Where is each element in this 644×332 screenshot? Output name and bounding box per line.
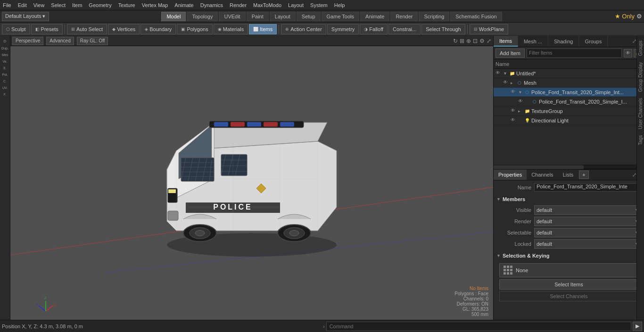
sidebar-item-uv[interactable]: UV. xyxy=(1,85,9,91)
menu-select[interactable]: Select xyxy=(51,2,66,8)
menu-edit[interactable]: Edit xyxy=(18,2,27,8)
constrai-button[interactable]: Constrai... xyxy=(388,24,421,34)
menu-render[interactable]: Render xyxy=(230,2,247,8)
tree-row-texture-group[interactable]: 👁 ▸ 📁 TextureGroup xyxy=(494,106,644,116)
sidebar-item-ve[interactable]: Ve. xyxy=(1,58,9,65)
vp-perspective-btn[interactable]: Perspective xyxy=(12,37,43,45)
tab-mesh[interactable]: Mesh ... xyxy=(518,36,548,47)
falloff-button[interactable]: ◑ Falloff xyxy=(360,24,388,34)
sidebar-item-dup[interactable]: Dup. xyxy=(1,45,9,51)
selection-keying-header[interactable]: ▼ Selection & Keying xyxy=(496,251,641,260)
edge-tab-groups[interactable]: Groups xyxy=(638,38,643,59)
select-channels-button[interactable]: Select Channels xyxy=(499,291,638,301)
vp-zoom-icon[interactable]: ⊕ xyxy=(466,38,471,44)
items-panel-expand-icon[interactable]: ⤢ xyxy=(632,38,636,44)
expand-icon-1[interactable]: ▸ xyxy=(511,81,515,85)
tree-row-ford-transit-sub[interactable]: 👁 ⬡ Police_Ford_Transit_2020_Simple_I... xyxy=(494,97,644,106)
tab-channels[interactable]: Channels xyxy=(527,170,558,180)
tab-items[interactable]: Items xyxy=(494,36,518,47)
eye-icon-5[interactable]: 👁 xyxy=(511,117,517,124)
sidebar-item-d[interactable]: D xyxy=(1,38,9,45)
tree-row-mesh[interactable]: 👁 ▸ ⬡ Mesh xyxy=(494,78,644,88)
layout-dropdown[interactable]: Default Layouts ▾ xyxy=(2,12,49,21)
edge-tab-user-channels[interactable]: User Channels xyxy=(638,95,643,132)
sidebar-item-c[interactable]: C. xyxy=(1,78,9,84)
tab-scripting[interactable]: Scripting xyxy=(419,12,449,21)
materials-button[interactable]: ◉ Materials xyxy=(214,24,248,34)
tab-schematic-fusion[interactable]: Schematic Fusion xyxy=(450,12,502,21)
tab-game-tools[interactable]: Game Tools xyxy=(322,12,360,21)
command-input[interactable] xyxy=(326,322,631,331)
tree-row-untitled[interactable]: 👁 ▼ 📁 Untitled* xyxy=(494,69,644,78)
viewport[interactable]: Perspective Advanced Ray GL: Off ↻ ⊞ ⊕ ⊡… xyxy=(10,36,493,320)
add-item-button[interactable]: Add Item xyxy=(495,49,525,58)
tab-setup[interactable]: Setup xyxy=(297,12,321,21)
keying-none-button[interactable]: None xyxy=(499,263,638,277)
menu-texture[interactable]: Texture xyxy=(118,2,135,8)
props-add-btn[interactable]: + xyxy=(579,170,588,179)
menu-help[interactable]: Help xyxy=(334,2,345,8)
polygons-button[interactable]: ▣ Polygons xyxy=(177,24,212,34)
items-scrollbar[interactable] xyxy=(494,165,644,169)
filter-items-input[interactable] xyxy=(527,49,622,58)
vp-raygl-btn[interactable]: Ray GL: Off xyxy=(77,37,108,45)
vp-expand-icon[interactable]: ⤢ xyxy=(487,38,491,44)
items-button[interactable]: ⬜ Items xyxy=(249,24,277,34)
tab-topology[interactable]: Topology xyxy=(187,12,218,21)
props-visible-select[interactable]: default ▼ xyxy=(534,205,641,215)
expand-icon-4[interactable]: ▸ xyxy=(518,109,523,113)
eye-icon-4[interactable]: 👁 xyxy=(511,108,517,114)
menu-file[interactable]: File xyxy=(3,2,11,8)
tab-properties[interactable]: Properties xyxy=(494,170,527,180)
tree-row-directional-light[interactable]: 👁 💡 Directional Light xyxy=(494,116,644,125)
vertices-button[interactable]: ◆ Vertices xyxy=(108,24,140,34)
eye-icon-2[interactable]: 👁 xyxy=(511,89,517,96)
eye-icon-1[interactable]: 👁 xyxy=(503,80,510,86)
props-render-select[interactable]: default ▼ xyxy=(534,217,641,226)
tree-row-ford-transit[interactable]: 👁 ▼ ⬡ Police_Ford_Transit_2020_Simple_In… xyxy=(494,88,644,97)
vp-advanced-btn[interactable]: Advanced xyxy=(46,37,74,45)
edge-tab-tags[interactable]: Tags xyxy=(638,132,643,148)
menu-system[interactable]: System xyxy=(310,2,328,8)
tab-paint[interactable]: Paint xyxy=(247,12,269,21)
props-expand-icon[interactable]: ⤢ xyxy=(632,172,636,178)
vp-camera-icon[interactable]: ⊡ xyxy=(473,38,478,44)
boundary-button[interactable]: ◈ Boundary xyxy=(140,24,176,34)
tab-render[interactable]: Render xyxy=(390,12,418,21)
presets-button[interactable]: ◧ Presets xyxy=(31,24,63,34)
props-locked-select[interactable]: default ▼ xyxy=(534,239,641,249)
vp-settings-icon[interactable]: ⚙ xyxy=(479,38,485,44)
sidebar-item-mes[interactable]: Mes xyxy=(1,52,9,58)
tab-lists[interactable]: Lists xyxy=(558,170,578,180)
vp-fit-icon[interactable]: ⊞ xyxy=(460,38,464,44)
workplane-button[interactable]: ⊟ WorkPlane xyxy=(470,24,509,34)
menu-layout[interactable]: Layout xyxy=(288,2,304,8)
select-items-button[interactable]: Select Items xyxy=(499,279,638,290)
expand-icon-2[interactable]: ▼ xyxy=(518,90,523,95)
sidebar-item-f[interactable]: F. xyxy=(1,91,9,97)
tab-uvedit[interactable]: UVEdit xyxy=(219,12,245,21)
vp-rotate-icon[interactable]: ↻ xyxy=(453,38,458,44)
select-through-button[interactable]: Select Through xyxy=(421,24,465,34)
auto-select-button[interactable]: ⊞ Auto Select xyxy=(67,24,107,34)
sidebar-item-e[interactable]: E. xyxy=(1,65,9,71)
props-name-value[interactable]: Police_Ford_Transit_2020_Simple_Inte xyxy=(534,183,641,192)
menu-view[interactable]: View xyxy=(33,2,45,8)
members-section-header[interactable]: ▼ Members xyxy=(496,194,641,204)
star-only-button[interactable]: ★ Only xyxy=(615,13,635,20)
menu-animate[interactable]: Animate xyxy=(174,2,193,8)
items-eye-icon[interactable]: 👁 xyxy=(624,49,632,57)
tab-layout[interactable]: Layout xyxy=(270,12,296,21)
command-expand-button[interactable]: ▶ xyxy=(633,322,642,331)
viewport-canvas[interactable]: POLICE xyxy=(10,46,493,320)
eye-icon-0[interactable]: 👁 xyxy=(495,70,502,77)
tab-shading[interactable]: Shading xyxy=(548,36,579,47)
eye-icon-3[interactable]: 👁 xyxy=(518,98,525,105)
tab-model[interactable]: Model xyxy=(161,12,186,21)
edge-tab-group-display[interactable]: Group Display xyxy=(638,59,643,95)
action-center-button[interactable]: ⊕ Action Center xyxy=(281,24,326,34)
menu-item[interactable]: Item xyxy=(72,2,82,8)
tab-groups[interactable]: Groups xyxy=(579,36,608,47)
props-selectable-select[interactable]: default ▼ xyxy=(534,228,641,237)
expand-icon-0[interactable]: ▼ xyxy=(503,71,508,76)
